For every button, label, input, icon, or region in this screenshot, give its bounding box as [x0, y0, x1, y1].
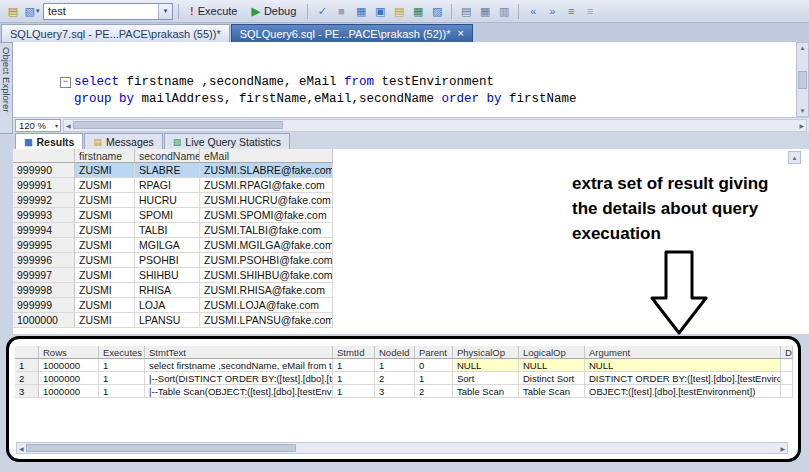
parse-query-icon[interactable]: ✓	[313, 3, 331, 20]
grid-cell[interactable]: Table Scan	[453, 385, 519, 398]
scroll-right-icon[interactable]: ▶	[799, 122, 804, 129]
outdent-icon[interactable]: «	[524, 3, 542, 20]
column-header[interactable]	[13, 149, 75, 163]
column-header[interactable]: PhysicalOp	[453, 346, 519, 359]
indent-icon[interactable]: »	[543, 3, 561, 20]
grid-cell[interactable]: ZUSMI	[75, 313, 135, 328]
table-row[interactable]: 3 1000000 1 |--Table Scan(OBJECT:([test]…	[15, 385, 793, 398]
grid-cell[interactable]: ZUSMI.MGILGA@fake.com	[200, 238, 333, 253]
grid-cell[interactable]: 1	[333, 385, 375, 398]
grid-cell[interactable]: ZUSMI	[75, 163, 135, 178]
query-editor[interactable]: −select firstname ,secondName, eMail fro…	[13, 42, 796, 117]
column-header[interactable]: Argument	[585, 346, 781, 359]
grid-cell[interactable]: ZUSMI	[75, 283, 135, 298]
row-header-cell[interactable]: 999994	[13, 223, 75, 238]
table-row[interactable]: 2 1000000 1 |--Sort(DISTINCT ORDER BY:([…	[15, 372, 793, 385]
tab-live-query-statistics[interactable]: ▨ Live Query Statistics	[164, 133, 290, 149]
grid-cell[interactable]: 1	[333, 372, 375, 385]
grid-cell[interactable]: RHISA	[135, 283, 200, 298]
cancel-query-icon[interactable]: ■	[332, 3, 350, 20]
table-row[interactable]: 1 1000000 1 select firstname ,secondName…	[15, 359, 793, 372]
grid-cell[interactable]: ZUSMI.LOJA@fake.com	[200, 298, 333, 313]
close-icon[interactable]: ×	[457, 28, 463, 39]
comment-icon[interactable]: ≡	[562, 3, 580, 20]
scroll-right-icon[interactable]: ▶	[780, 445, 785, 452]
grid-cell[interactable]: LOJA	[135, 298, 200, 313]
row-header-cell[interactable]: 999992	[13, 193, 75, 208]
grid-cell[interactable]: ZUSMI.RHISA@fake.com	[200, 283, 333, 298]
scrollbar-thumb[interactable]	[798, 71, 807, 89]
include-actual-plan-icon[interactable]: ▦	[409, 3, 427, 20]
analyze-query-icon[interactable]: ▤	[390, 3, 408, 20]
grid-cell[interactable]: ZUSMI	[75, 298, 135, 313]
column-header[interactable]: StmtId	[333, 346, 375, 359]
scroll-down-icon[interactable]: ▼	[800, 108, 806, 114]
column-header[interactable]: secondName	[135, 149, 200, 163]
uncomment-icon[interactable]: ≡	[581, 3, 599, 20]
grid-cell[interactable]: 1	[375, 359, 415, 372]
grid-cell[interactable]: ZUSMI	[75, 208, 135, 223]
grid-cell[interactable]: select firstname ,secondName, eMail from…	[145, 359, 333, 372]
grid-cell[interactable]: NULL	[585, 359, 781, 372]
grid-cell[interactable]: NULL	[453, 359, 519, 372]
grid-cell[interactable]: SHIHBU	[135, 268, 200, 283]
grid-cell[interactable]: ZUSMI.RPAGI@fake.com	[200, 178, 333, 193]
table-row[interactable]: 999994 ZUSMI TALBI ZUSMI.TALBI@fake.com	[13, 223, 333, 238]
table-row[interactable]: 999995 ZUSMI MGILGA ZUSMI.MGILGA@fake.co…	[13, 238, 333, 253]
results-scroll-up-button[interactable]: ▲	[788, 151, 801, 164]
grid-cell[interactable]: Table Scan	[519, 385, 585, 398]
row-header-cell[interactable]: 999997	[13, 268, 75, 283]
grid-cell[interactable]: LPANSU	[135, 313, 200, 328]
grid-cell[interactable]: 1	[333, 359, 375, 372]
grid-cell[interactable]: ZUSMI	[75, 193, 135, 208]
row-header-cell[interactable]: 999991	[13, 178, 75, 193]
grid-cell[interactable]: ZUSMI	[75, 178, 135, 193]
grid-cell[interactable]: 1000000	[39, 359, 99, 372]
grid-cell[interactable]: 3	[375, 385, 415, 398]
grid-cell[interactable]: PSOHBI	[135, 253, 200, 268]
grid-cell[interactable]: TALBI	[135, 223, 200, 238]
grid-cell[interactable]: OBJECT:([test].[dbo].[testEnvironment])	[585, 385, 781, 398]
grid-cell[interactable]: RPAGI	[135, 178, 200, 193]
grid-cell[interactable]: 1	[415, 372, 453, 385]
row-header-cell[interactable]: 1	[15, 359, 39, 372]
editor-vertical-scrollbar[interactable]: ▲ ▼	[796, 42, 809, 117]
grid-cell[interactable]: 1	[99, 385, 145, 398]
grid-cell[interactable]: ZUSMI.HUCRU@fake.com	[200, 193, 333, 208]
row-header-cell[interactable]: 999996	[13, 253, 75, 268]
row-header-cell[interactable]: 999990	[13, 163, 75, 178]
available-databases-icon[interactable]: ▧	[23, 3, 41, 20]
row-header-cell[interactable]: 2	[15, 372, 39, 385]
query-options-icon[interactable]: ▣	[371, 3, 389, 20]
object-explorer-tab[interactable]: Object Explorer	[0, 42, 13, 134]
row-header-cell[interactable]: 999998	[13, 283, 75, 298]
table-row[interactable]: 999998 ZUSMI RHISA ZUSMI.RHISA@fake.com	[13, 283, 333, 298]
scroll-left-icon[interactable]: ◀	[19, 445, 24, 452]
row-header-cell[interactable]: 999995	[13, 238, 75, 253]
grid-cell[interactable]: ZUSMI	[75, 268, 135, 283]
column-header[interactable]: firstname	[75, 149, 135, 163]
column-header[interactable]: LogicalOp	[519, 346, 585, 359]
results-to-grid-icon[interactable]: ▦	[476, 3, 494, 20]
table-row[interactable]: 999997 ZUSMI SHIHBU ZUSMI.SHIHBU@fake.co…	[13, 268, 333, 283]
grid-cell[interactable]	[781, 385, 793, 398]
grid-cell[interactable]: 2	[415, 385, 453, 398]
results-to-file-icon[interactable]: ▥	[495, 3, 513, 20]
grid-cell[interactable]: 1	[99, 372, 145, 385]
new-query-icon[interactable]: ▤	[4, 3, 22, 20]
grid-cell[interactable]: 1	[99, 359, 145, 372]
grid-cell[interactable]: HUCRU	[135, 193, 200, 208]
scrollbar-thumb[interactable]	[26, 444, 296, 452]
grid-cell[interactable]: 1000000	[39, 372, 99, 385]
grid-cell[interactable]: NULL	[519, 359, 585, 372]
chevron-down-icon[interactable]: ▾	[158, 4, 172, 19]
column-header[interactable]: Executes	[99, 346, 145, 359]
grid-cell[interactable]: ZUSMI.SHIHBU@fake.com	[200, 268, 333, 283]
grid-cell[interactable]	[781, 372, 793, 385]
grid-cell[interactable]: ZUSMI.SPOMI@fake.com	[200, 208, 333, 223]
execute-button[interactable]: ! Execute	[184, 2, 243, 20]
table-row[interactable]: 1000000 ZUSMI LPANSU ZUSMI.LPANSU@fake.c…	[13, 313, 333, 328]
grid-cell[interactable]: ZUSMI	[75, 223, 135, 238]
table-row[interactable]: 999990 ZUSMI SLABRE ZUSMI.SLABRE@fake.co…	[13, 163, 333, 178]
tab-sqlquery7[interactable]: SQLQuery7.sql - PE...PACE\prakash (55))*…	[1, 24, 230, 42]
